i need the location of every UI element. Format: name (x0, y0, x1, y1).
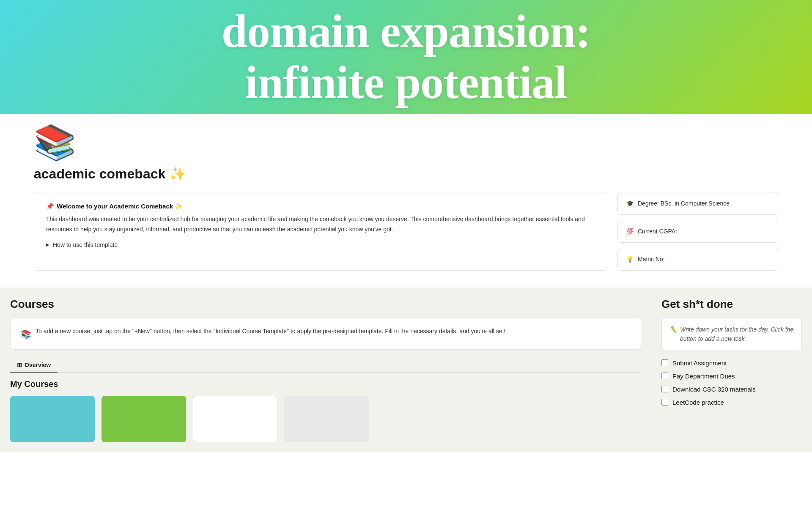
tasks-hint-text: Write down your tasks for the day. Click… (680, 325, 794, 344)
course-card-1[interactable] (10, 396, 95, 442)
template-toggle[interactable]: ▶ How to use this template (46, 241, 595, 248)
task-label-1: Submit Assignment (672, 359, 727, 367)
tab-overview[interactable]: ⊞ Overview (10, 358, 58, 373)
task-label-4: LeetCode practice (672, 399, 724, 406)
my-courses-title: My Courses (10, 379, 641, 389)
welcome-title: 📌 Welcome to your Academic Comeback ✨ (46, 203, 595, 210)
matric-card: 💡 Matric No: (617, 248, 778, 271)
header-title-line1: domain expansion: (222, 5, 590, 57)
task-item-3[interactable]: Download CSC 320 materials (661, 386, 802, 393)
course-cards-row (10, 396, 641, 442)
courses-info-text: To add a new course, just tap on the "+N… (36, 326, 505, 336)
tasks-title: Get sh*t done (661, 298, 802, 311)
toggle-arrow-icon: ▶ (46, 242, 49, 247)
degree-icon: 🎓 (626, 200, 634, 207)
books-emoji: 📚 (34, 123, 778, 162)
tabs-bar: ⊞ Overview (10, 358, 641, 373)
task-label-2: Pay Department Dues (672, 373, 735, 380)
course-card-2[interactable] (102, 396, 186, 442)
courses-info-card: 📚 To add a new course, just tap on the "… (10, 318, 641, 350)
pencil-icon: ✏️ (669, 325, 677, 334)
task-label-3: Download CSC 320 materials (672, 386, 756, 393)
header-title-line2: infinite potential (245, 57, 567, 108)
task-checkbox-2[interactable] (661, 373, 668, 379)
overview-icon: ⊞ (17, 362, 22, 368)
info-cards-column: 🎓 Degree: BSc. in Computer Science 💯 Cur… (617, 192, 778, 271)
welcome-body: This dashboard was created to be your ce… (46, 214, 595, 235)
welcome-card: 📌 Welcome to your Academic Comeback ✨ Th… (34, 192, 607, 271)
course-card-3[interactable] (193, 396, 277, 442)
matric-text: Matric No: (638, 256, 665, 263)
task-item-2[interactable]: Pay Department Dues (661, 373, 802, 380)
page-content: 📚 academic comeback ✨ 📌 Welcome to your … (0, 123, 812, 271)
task-checkbox-1[interactable] (661, 359, 668, 366)
task-checkbox-4[interactable] (661, 399, 668, 406)
course-card-4[interactable] (284, 396, 369, 442)
bottom-section: Courses 📚 To add a new course, just tap … (0, 288, 812, 452)
task-checkbox-3[interactable] (661, 386, 668, 392)
tasks-section: Get sh*t done ✏️ Write down your tasks f… (651, 288, 812, 452)
cgpa-text: Current CGPA: (638, 228, 677, 235)
toggle-label: How to use this template (53, 241, 118, 248)
main-info-grid: 📌 Welcome to your Academic Comeback ✨ Th… (34, 192, 778, 271)
task-item-4[interactable]: LeetCode practice (661, 399, 802, 406)
courses-info-icon: 📚 (21, 327, 31, 341)
courses-section: Courses 📚 To add a new course, just tap … (0, 288, 651, 452)
task-item-1[interactable]: Submit Assignment (661, 359, 802, 367)
pin-icon: 📌 (46, 203, 54, 210)
degree-text: Degree: BSc. in Computer Science (638, 200, 730, 207)
tasks-hint-card: ✏️ Write down your tasks for the day. Cl… (661, 318, 802, 351)
cgpa-icon: 💯 (626, 228, 634, 235)
degree-card: 🎓 Degree: BSc. in Computer Science (617, 192, 778, 215)
cgpa-card: 💯 Current CGPA: (617, 220, 778, 243)
courses-title: Courses (10, 298, 641, 311)
header-title: domain expansion: infinite potential (222, 6, 590, 108)
page-heading: academic comeback ✨ (34, 166, 778, 182)
header-banner: domain expansion: infinite potential (0, 0, 812, 114)
matric-icon: 💡 (626, 256, 634, 263)
tab-overview-label: Overview (25, 362, 51, 368)
